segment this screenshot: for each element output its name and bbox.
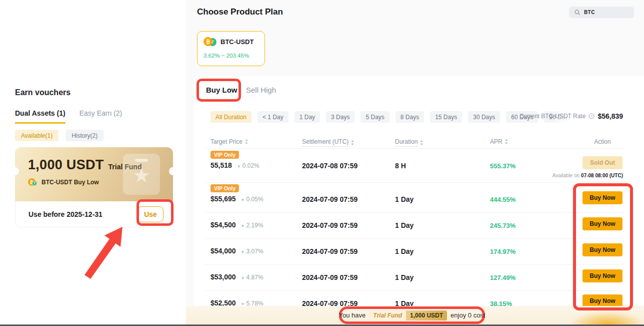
sort-icon [244, 139, 248, 145]
filter-history[interactable]: History(2) [66, 130, 104, 141]
apr-cell: 444.55% [490, 196, 516, 203]
ticket-icon: ★ [123, 154, 160, 195]
search-icon [574, 9, 580, 16]
svg-text:?: ? [590, 114, 592, 119]
search-value: BTC [584, 10, 595, 15]
current-rate-value: $56,839 [598, 112, 623, 120]
apr-cell: 174.97% [490, 248, 516, 255]
earn-vouchers-title: Earn vouchers [15, 88, 70, 97]
header-duration[interactable]: Duration [395, 138, 424, 147]
settlement-cell: 2024-07-09 07:59 [302, 247, 358, 255]
buy-now-button[interactable]: Buy Now [582, 243, 622, 256]
duration-cell: 1 Day [395, 221, 414, 229]
chip-8-days[interactable]: 8 Days [396, 111, 424, 123]
available-on-note: Available on07-08 08:00 (UTC) [552, 173, 623, 178]
chip-1-day[interactable]: 1 Day [294, 111, 320, 123]
settlement-cell: 2024-07-09 07:59 [302, 195, 358, 203]
screen: Earn vouchers Dual Assets (1) Easy Earn … [0, 0, 644, 326]
price-down-icon: ▼ [241, 198, 245, 202]
chip-5-days[interactable]: 5 Days [360, 111, 389, 123]
duration-cell: 1 Day [395, 247, 414, 255]
search-input[interactable]: BTC [569, 7, 634, 18]
duration-cell: 8 H [395, 162, 406, 170]
header-settlement[interactable]: Settlement (UTC) [302, 138, 354, 147]
sort-icon [420, 140, 424, 146]
vip-only-badge: VIP Only [210, 184, 239, 192]
sold-out-button[interactable]: Sold Out [582, 156, 622, 169]
tab-dual-assets[interactable]: Dual Assets (1) [15, 109, 66, 124]
voucher-amount: 1,000 USDT [28, 157, 104, 173]
header-apr[interactable]: APR [490, 138, 508, 145]
target-price-cell: $53,000▼4.87% [210, 273, 264, 281]
vip-only-badge: VIP Only [210, 151, 239, 159]
footer-glow [568, 310, 644, 326]
filter-available[interactable]: Available(1) [15, 130, 58, 141]
chip-15-days[interactable]: 15 Days [430, 111, 462, 123]
tab-easy-earn[interactable]: Easy Earn (2) [80, 109, 122, 124]
chip-all-duration[interactable]: All Duration [210, 111, 252, 123]
header-target-price[interactable]: Target Price [210, 138, 248, 145]
price-down-icon: ▼ [241, 224, 245, 228]
table-row: $54,000▼3.07% 2024-07-09 07:59 1 Day 174… [194, 244, 644, 270]
product-card-btc-usdt[interactable]: ₿T BTC-USDT 3.62% ~ 203.45% [197, 31, 265, 66]
apr-cell: 245.73% [490, 222, 516, 229]
duration-cell: 1 Day [395, 273, 414, 281]
table-row: $54,500▼2.19% 2024-07-09 07:59 1 Day 245… [194, 218, 644, 244]
use-button[interactable]: Use [138, 206, 164, 222]
apr-cell: 127.49% [490, 274, 516, 281]
product-pair: BTC-USDT [220, 38, 254, 46]
table-row: VIP Only $55,695▼0.05% 2024-07-09 07:59 … [194, 184, 644, 212]
settlement-cell: 2024-07-09 07:59 [302, 273, 358, 281]
target-price-cell: $55,695▼0.05% [210, 195, 264, 203]
voucher-tabs: Dual Assets (1) Easy Earn (2) [15, 109, 122, 124]
settlement-cell: 2024-07-09 07:59 [302, 221, 358, 229]
target-price-cell: $54,500▼2.19% [210, 221, 264, 229]
target-price-cell: $54,000▼3.07% [210, 247, 264, 255]
settlement-cell: 2024-07-08 07:59 [302, 162, 358, 170]
price-down-icon: ▼ [237, 164, 241, 169]
voucher-card-top: 1,000 USDT Trial Fund ₿T BTC-USDT Buy Lo… [15, 147, 173, 201]
voucher-product: BTC-USDT Buy Low [42, 179, 99, 186]
tab-buy-low[interactable]: Buy Low [206, 86, 238, 94]
table-row: VIP Only 55,518▼0.02% 2024-07-08 07:59 8… [194, 151, 644, 182]
sort-icon [504, 139, 508, 145]
btc-usdt-pair-icon: ₿T [204, 37, 216, 47]
current-rate: Current BTC-USDT Rate ? $56,839 [520, 112, 623, 120]
apr-cell: 555.37% [490, 162, 516, 170]
sort-icon [350, 140, 354, 146]
product-apr-range: 3.62% ~ 203.45% [204, 53, 258, 59]
table-row: $53,000▼4.87% 2024-07-09 07:59 1 Day 127… [194, 270, 644, 296]
target-price-cell: 55,518▼0.02% [210, 161, 260, 169]
btc-usdt-coin-icon: ₿T [28, 178, 38, 186]
voucher-filters: Available(1) History(2) [15, 130, 104, 141]
buy-now-button[interactable]: Buy Now [582, 217, 622, 230]
annotation-arrow [72, 213, 138, 283]
buy-now-button[interactable]: Buy Now [582, 191, 622, 204]
price-down-icon: ▼ [241, 276, 245, 280]
chip-3-days[interactable]: 3 Days [326, 111, 354, 123]
buy-now-button[interactable]: Buy Now [582, 269, 622, 282]
chip-lt-1-day[interactable]: < 1 Day [258, 111, 288, 123]
duration-cell: 1 Day [395, 195, 414, 203]
page-title: Choose Product Plan [197, 7, 283, 17]
info-icon[interactable]: ? [588, 113, 594, 119]
chip-30-days[interactable]: 30 Days [468, 111, 500, 123]
header-action: Action [582, 138, 622, 145]
current-rate-label: Current BTC-USDT Rate [520, 113, 586, 120]
tab-sell-high[interactable]: Sell High [246, 86, 276, 94]
price-down-icon: ▼ [241, 250, 245, 254]
